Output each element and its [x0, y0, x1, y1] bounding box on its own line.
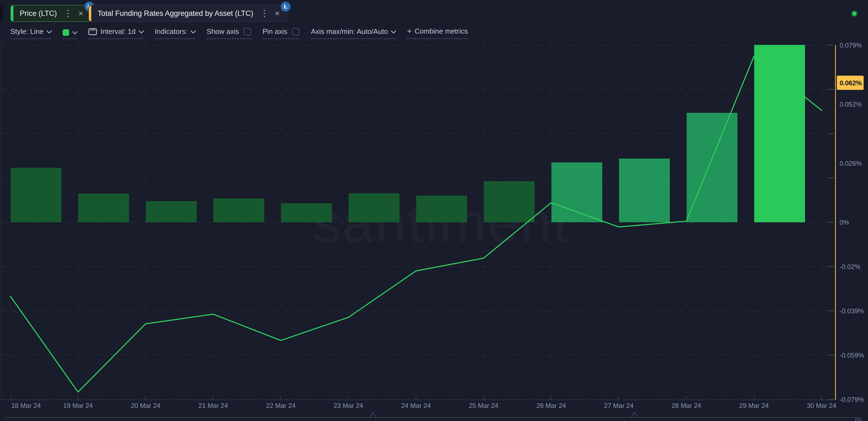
svg-text:0.062%: 0.062% [840, 79, 862, 87]
chart-canvas[interactable]: santiment18 Mar 2419 Mar 2420 Mar 2421 M… [0, 0, 868, 421]
svg-text:28 Mar 24: 28 Mar 24 [672, 402, 701, 409]
svg-text:20 Mar 24: 20 Mar 24 [131, 402, 160, 409]
svg-text:18 Mar 24: 18 Mar 24 [11, 402, 41, 409]
svg-text:-0.039%: -0.039% [840, 307, 864, 315]
svg-text:22 Mar 24: 22 Mar 24 [266, 402, 296, 409]
svg-text:29 Mar 24: 29 Mar 24 [739, 402, 769, 409]
svg-text:27 Mar 24: 27 Mar 24 [604, 402, 633, 409]
svg-text:25 Mar 24: 25 Mar 24 [469, 402, 498, 409]
svg-text:0.026%: 0.026% [840, 160, 862, 167]
svg-text:30 Mar 24: 30 Mar 24 [807, 402, 836, 409]
svg-text:-0.059%: -0.059% [840, 352, 864, 359]
svg-text:26 Mar 24: 26 Mar 24 [536, 402, 566, 409]
svg-text:23 Mar 24: 23 Mar 24 [334, 402, 363, 409]
svg-text:0%: 0% [840, 219, 849, 226]
svg-text:-0.02%: -0.02% [840, 263, 860, 270]
svg-text:0.052%: 0.052% [840, 100, 862, 108]
svg-text:21 Mar 24: 21 Mar 24 [198, 402, 228, 409]
timeline-brush[interactable] [5, 417, 862, 421]
svg-text:24 Mar 24: 24 Mar 24 [401, 402, 431, 409]
brush-handle-right[interactable] [855, 418, 862, 421]
svg-text:19 Mar 24: 19 Mar 24 [63, 402, 93, 409]
svg-text:0.079%: 0.079% [840, 41, 862, 49]
svg-text:-0.079%: -0.079% [840, 396, 864, 403]
